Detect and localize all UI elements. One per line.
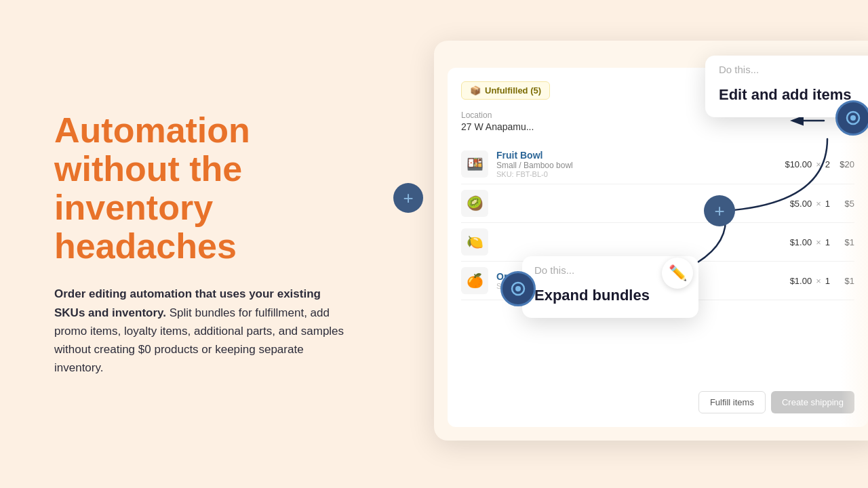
item-info-1: Fruit Bowl Small / Bamboo bowl SKU: FBT-…: [496, 150, 776, 178]
circle-node-top: [835, 100, 868, 136]
svg-point-3: [515, 286, 521, 291]
plus-node-mid: +: [704, 195, 735, 226]
item-qty-3: 1: [825, 237, 830, 247]
order-item-1: 🍱 Fruit Bowl Small / Bamboo bowl SKU: FB…: [461, 144, 854, 184]
left-panel: Automation without the inventory headach…: [0, 0, 380, 488]
item-x-1: ×: [816, 159, 821, 169]
item-x-3: ×: [816, 237, 821, 247]
tooltip-action-bottom: Expand bundles: [534, 281, 686, 310]
item-price-3: $1.00: [790, 237, 812, 247]
box-icon: 📦: [470, 85, 481, 96]
plus-icon-mid: +: [714, 202, 724, 220]
item-x-2: ×: [816, 199, 821, 209]
item-price-2: $5.00: [790, 199, 812, 209]
order-item-2: 🥝 $5.00 × 1 $5: [461, 184, 854, 223]
circle-node-bottom: [500, 271, 536, 306]
item-image-4: 🍊: [461, 267, 488, 294]
plus-icon-left: +: [403, 189, 413, 207]
item-qty-4: 1: [825, 276, 830, 286]
edit-icon: ✏️: [662, 258, 693, 289]
item-sku-1: SKU: FBT-BL-0: [496, 170, 776, 178]
unfulfilled-label: Unfulfilled (5): [485, 85, 541, 96]
item-qty-2: 1: [825, 199, 830, 209]
fulfill-button[interactable]: Fulfill items: [698, 391, 766, 413]
item-qty-1: 2: [825, 159, 830, 169]
item-price-4: $1.00: [790, 276, 812, 286]
item-variant-1: Small / Bamboo bowl: [496, 161, 776, 170]
order-panel: 📦 Unfulfilled (5) Location 27 W Anapamu.…: [448, 68, 868, 427]
tooltip-do-this-top: Do this...: [719, 64, 868, 75]
item-image-3: 🍋: [461, 228, 488, 256]
item-image-2: 🥝: [461, 190, 488, 217]
svg-point-1: [850, 115, 856, 121]
right-panel: 📦 Unfulfilled (5) Location 27 W Anapamu.…: [380, 0, 868, 488]
body-text: Order editing automation that uses your …: [54, 285, 346, 377]
item-image-1: 🍱: [461, 150, 488, 178]
item-price-1: $10.00: [785, 159, 812, 169]
tooltip-bottom: Do this... Expand bundles ✏️: [522, 256, 698, 318]
location-value: 27 W Anapamu...: [461, 121, 854, 132]
plus-node-left[interactable]: +: [393, 183, 423, 213]
ui-card: 📦 Unfulfilled (5) Location 27 W Anapamu.…: [434, 41, 868, 441]
unfulfilled-badge: 📦 Unfulfilled (5): [461, 81, 550, 100]
headline: Automation without the inventory headach…: [54, 111, 346, 266]
bottom-buttons: Fulfill items Create shipping: [698, 391, 854, 413]
item-name-1: Fruit Bowl: [496, 150, 776, 161]
item-x-4: ×: [816, 276, 821, 286]
